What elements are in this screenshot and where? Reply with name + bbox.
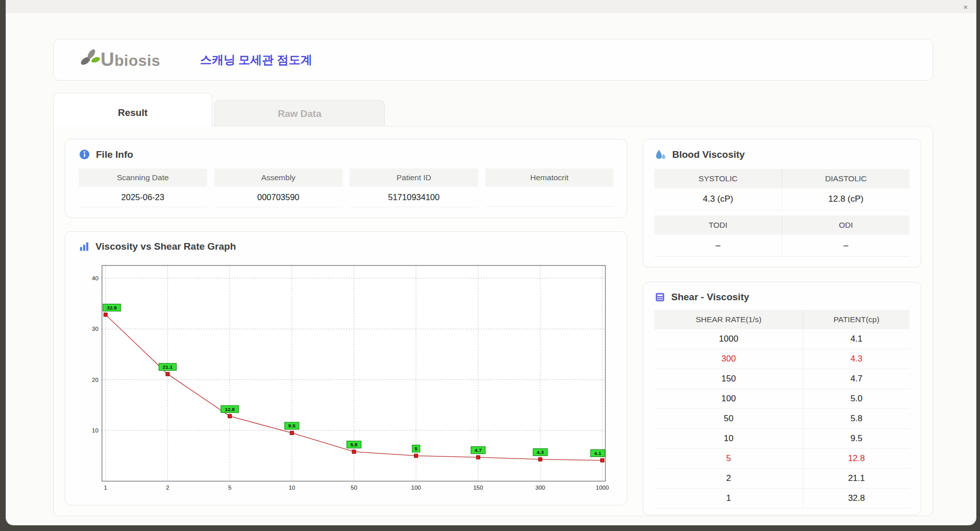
bv-label-row: SYSTOLICDIASTOLIC bbox=[654, 169, 910, 188]
bv-value: 12.8 (cP) bbox=[782, 188, 910, 210]
graph-title: Viscosity vs Shear Rate Graph bbox=[95, 241, 236, 252]
svg-text:2: 2 bbox=[166, 485, 169, 491]
patient-cp-cell: 4.7 bbox=[803, 369, 910, 389]
field-value bbox=[485, 187, 614, 207]
svg-text:50: 50 bbox=[351, 485, 357, 491]
tab-bar: Result Raw Data bbox=[53, 93, 933, 127]
table-row: 109.5 bbox=[654, 429, 910, 449]
field-value: 000703590 bbox=[214, 187, 343, 207]
field-value: 51710934100 bbox=[350, 187, 478, 207]
table-row: 512.8 bbox=[654, 449, 910, 469]
window-titlebar: × bbox=[6, 0, 976, 13]
result-panel: File Info Scanning Date2025-06-23Assembl… bbox=[53, 126, 933, 516]
table-row: 1504.7 bbox=[654, 369, 910, 389]
shear-table-body: 10004.13004.31504.71005.0505.8109.5512.8… bbox=[654, 329, 910, 509]
bv-group: SYSTOLICDIASTOLIC4.3 (cP)12.8 (cP) bbox=[654, 169, 910, 210]
patient-cp-cell: 4.1 bbox=[803, 329, 910, 349]
shear-col-header: SHEAR RATE(1/s) bbox=[654, 310, 803, 329]
header-card: Ubiosis 스캐닝 모세관 점도계 bbox=[53, 39, 933, 81]
left-column: File Info Scanning Date2025-06-23Assembl… bbox=[65, 139, 627, 505]
tab-raw-data[interactable]: Raw Data bbox=[214, 100, 385, 127]
svg-text:32.8: 32.8 bbox=[107, 305, 117, 310]
svg-text:10: 10 bbox=[92, 427, 99, 433]
svg-text:4.1: 4.1 bbox=[594, 450, 601, 456]
svg-text:12.8: 12.8 bbox=[225, 406, 235, 412]
shear-viscosity-title: Shear - Viscosity bbox=[671, 292, 749, 303]
file-info-title: File Info bbox=[96, 149, 133, 160]
file-info-title-row: File Info bbox=[79, 149, 614, 160]
svg-text:150: 150 bbox=[473, 485, 483, 491]
shear-rate-cell: 100 bbox=[654, 389, 803, 409]
file-info-fields: Scanning Date2025-06-23Assembly000703590… bbox=[79, 168, 614, 207]
svg-text:1: 1 bbox=[104, 485, 107, 491]
svg-text:10: 10 bbox=[288, 485, 295, 491]
brand-name: Ubiosis bbox=[101, 49, 160, 70]
bv-label-row: TODIODI bbox=[654, 215, 910, 235]
tab-result[interactable]: Result bbox=[53, 93, 212, 127]
table-row: 505.8 bbox=[654, 409, 910, 429]
shear-rate-cell: 150 bbox=[654, 369, 803, 389]
blood-viscosity-card: Blood Viscosity SYSTOLICDIASTOLIC4.3 (cP… bbox=[643, 139, 921, 268]
page-title: 스캐닝 모세관 점도계 bbox=[200, 52, 312, 68]
blood-viscosity-title-row: Blood Viscosity bbox=[654, 149, 910, 161]
viscosity-chart: 1020304032.821.112.89.55.854.74.34.11251… bbox=[79, 258, 614, 496]
shear-rate-cell: 2 bbox=[654, 469, 803, 489]
svg-text:4.3: 4.3 bbox=[536, 449, 544, 455]
patient-cp-cell: 9.5 bbox=[803, 429, 910, 449]
patient-cp-cell: 21.1 bbox=[803, 469, 910, 489]
shear-rate-cell: 50 bbox=[654, 409, 803, 429]
bar-chart-icon bbox=[79, 241, 90, 252]
shear-rate-cell: 10 bbox=[654, 429, 803, 449]
bv-value: 4.3 (cP) bbox=[654, 188, 782, 210]
blood-viscosity-title: Blood Viscosity bbox=[672, 149, 745, 160]
bv-label: SYSTOLIC bbox=[654, 169, 782, 188]
patient-cp-cell: 12.8 bbox=[803, 449, 910, 469]
graph-card: Viscosity vs Shear Rate Graph 1020304032… bbox=[65, 231, 627, 505]
page-content: Ubiosis 스캐닝 모세관 점도계 Result Raw Data bbox=[6, 13, 976, 516]
patient-cp-cell: 4.3 bbox=[803, 349, 910, 369]
graph-title-row: Viscosity vs Shear Rate Graph bbox=[79, 241, 614, 252]
bv-label: TODI bbox=[654, 215, 782, 235]
table-row: 132.8 bbox=[654, 489, 910, 509]
table-row: 10004.1 bbox=[654, 329, 910, 349]
ubiosis-logo: Ubiosis bbox=[78, 49, 160, 70]
app-window: × Ubiosis 스캐닝 모세관 점도계 Result Raw Data bbox=[6, 0, 976, 525]
shear-viscosity-card: Shear - Viscosity SHEAR RATE(1/s)PATIENT… bbox=[643, 282, 921, 515]
patient-cp-cell: 5.0 bbox=[803, 389, 910, 409]
svg-text:1000: 1000 bbox=[596, 485, 608, 491]
blood-viscosity-grid: SYSTOLICDIASTOLIC4.3 (cP)12.8 (cP)TODIOD… bbox=[654, 169, 910, 257]
water-drops-icon bbox=[654, 149, 667, 161]
svg-text:9.5: 9.5 bbox=[288, 423, 296, 428]
patient-cp-cell: 32.8 bbox=[803, 489, 910, 509]
svg-text:5: 5 bbox=[228, 485, 231, 491]
shear-viscosity-table: SHEAR RATE(1/s)PATIENT(cp) 10004.13004.3… bbox=[654, 310, 910, 509]
shear-col-header: PATIENT(cp) bbox=[803, 310, 910, 329]
shear-rate-cell: 1 bbox=[654, 489, 803, 509]
field-label: Hematocrit bbox=[485, 168, 614, 187]
bv-label: DIASTOLIC bbox=[782, 169, 910, 188]
file-info-card: File Info Scanning Date2025-06-23Assembl… bbox=[65, 139, 627, 218]
table-row: 1005.0 bbox=[654, 389, 910, 409]
leaf-icon bbox=[78, 47, 103, 68]
bv-label: ODI bbox=[782, 215, 910, 235]
window-close-button[interactable]: × bbox=[963, 3, 968, 11]
shear-rate-cell: 300 bbox=[654, 349, 803, 369]
shear-rate-cell: 5 bbox=[654, 449, 803, 469]
table-icon bbox=[654, 292, 666, 303]
bv-value: – bbox=[782, 235, 910, 257]
svg-text:21.1: 21.1 bbox=[163, 364, 173, 370]
info-icon bbox=[79, 149, 90, 160]
shear-table-head-row: SHEAR RATE(1/s)PATIENT(cp) bbox=[654, 310, 910, 329]
table-row: 221.1 bbox=[654, 469, 910, 489]
field-label: Scanning Date bbox=[79, 168, 207, 187]
svg-text:4.7: 4.7 bbox=[475, 447, 482, 453]
svg-text:40: 40 bbox=[92, 275, 99, 281]
bv-group: TODIODI–– bbox=[654, 215, 910, 257]
shear-viscosity-title-row: Shear - Viscosity bbox=[654, 292, 910, 303]
field-value: 2025-06-23 bbox=[79, 187, 207, 207]
svg-text:5.8: 5.8 bbox=[351, 442, 358, 447]
svg-text:300: 300 bbox=[535, 485, 545, 491]
file-info-field: Hematocrit bbox=[485, 168, 614, 207]
brand-rest: biosis bbox=[114, 52, 160, 69]
svg-text:30: 30 bbox=[92, 326, 99, 332]
